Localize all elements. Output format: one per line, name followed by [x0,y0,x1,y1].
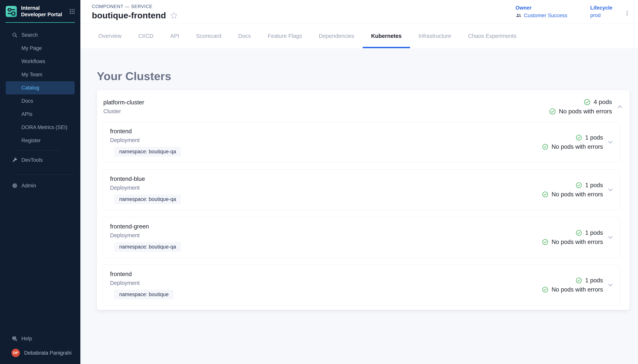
cluster-card: platform-cluster Cluster 4 pods No pods … [97,90,629,310]
workload-row[interactable]: frontend-blue Deployment namespace: bout… [103,170,620,210]
apps-grid-icon[interactable] [69,8,75,15]
tab-docs[interactable]: Docs [230,24,259,48]
help-chat-icon: ? [12,336,18,342]
sidebar-item-label: Help [22,336,32,342]
sidebar-item-label: APIs [22,111,32,117]
check-circle-icon [542,144,548,150]
workload-identity: frontend-green Deployment namespace: bou… [110,223,181,252]
tab-feature-flags[interactable]: Feature Flags [259,24,310,48]
sidebar-item-label: Register [22,138,41,144]
sidebar-item-workflows[interactable]: Workflows [6,55,75,68]
sidebar-item-label: Catalog [22,85,39,91]
nav-divider [17,174,74,174]
tab-dependencies[interactable]: Dependencies [310,24,363,48]
cluster-header-row[interactable]: platform-cluster Cluster 4 pods No pods … [97,90,629,122]
cluster-kind: Cluster [103,108,144,114]
tab-infrastructure[interactable]: Infrastructure [410,24,460,48]
owner-label: Owner [515,5,567,11]
kubernetes-content: Your Clusters platform-cluster Cluster 4… [80,48,638,364]
breadcrumb: COMPONENT — SERVICE [92,4,178,9]
brand-title: Internal Developer Portal [21,5,64,18]
nav-spacer [0,192,80,332]
namespace-badge: namespace: boutique-qa [114,242,181,252]
idp-logo-icon [6,6,17,17]
workload-name: frontend [110,128,132,135]
pods-errors: No pods with errors [542,238,603,246]
owner-block: Owner Customer Success [515,5,567,18]
workload-name: frontend [110,271,132,278]
sidebar-item-apis[interactable]: APIs [6,108,75,121]
expand-chevron-down-icon[interactable] [606,234,614,242]
tab-scorecard[interactable]: Scorecard [188,24,230,48]
sidebar-item-label: My Team [22,72,42,78]
more-options-kebab-icon[interactable] [624,5,630,16]
brand: Internal Developer Portal [0,0,80,22]
expand-chevron-down-icon[interactable] [606,281,614,289]
favorite-star-icon[interactable] [170,11,178,20]
main-area: COMPONENT — SERVICE boutique-frontend Ow… [80,0,638,364]
sidebar-item-dora-metrics[interactable]: DORA Metrics (SEI) [6,121,75,134]
workload-pod-status: 1 pods No pods with errors [542,182,603,198]
pods-count: 4 pods [584,98,612,106]
namespace-badge: namespace: boutique-qa [114,147,181,156]
sidebar-item-catalog[interactable]: Catalog [6,81,75,94]
expand-chevron-down-icon[interactable] [606,138,614,146]
sidebar-item-label: Workflows [22,58,45,64]
tab-api[interactable]: API [162,24,188,48]
entity-header-right: Owner Customer Success Lifecycle [515,5,630,18]
sidebar: Internal Developer Portal Search My Page [0,0,80,364]
entity-header-left: COMPONENT — SERVICE boutique-frontend [92,4,178,20]
tab-chaos-experiments[interactable]: Chaos Experiments [460,24,525,48]
owner-value[interactable]: Customer Success [515,12,567,18]
check-circle-icon [584,99,590,106]
user-name: Debabrata Panigrahi [24,350,72,356]
workload-identity: frontend Deployment namespace: boutique-… [110,128,181,156]
sidebar-nav: Search My Page Workflows My Team Catalog… [0,28,80,364]
sidebar-item-help[interactable]: ? Help [6,332,75,345]
user-menu[interactable]: DP Debabrata Panigrahi [6,345,75,360]
lifecycle-value: prod [590,12,612,18]
namespace-badge: namespace: boutique [114,290,174,300]
workload-name: frontend-green [110,223,149,230]
sidebar-item-search[interactable]: Search [6,28,75,42]
collapse-chevron-up-icon[interactable] [616,103,624,111]
cluster-identity: platform-cluster Cluster [103,99,144,114]
workload-kind: Deployment [110,280,140,286]
brand-accent-divider [5,22,75,23]
workload-pod-status: 1 pods No pods with errors [542,134,603,150]
tab-kubernetes[interactable]: Kubernetes [363,24,410,48]
sidebar-item-my-team[interactable]: My Team [6,68,75,81]
entity-tabs: Overview CI/CD API Scorecard Docs Featur… [80,24,638,48]
pods-errors: No pods with errors [542,286,603,293]
expand-chevron-down-icon[interactable] [606,186,614,194]
tab-overview[interactable]: Overview [90,24,130,48]
workload-row[interactable]: frontend Deployment namespace: boutique-… [103,122,620,163]
cluster-pod-status: 4 pods No pods with errors [549,98,612,115]
sidebar-item-docs[interactable]: Docs [6,94,75,108]
workload-pod-status: 1 pods No pods with errors [542,277,603,293]
lifecycle-block: Lifecycle prod [590,5,612,18]
check-circle-icon [542,239,548,245]
nav-divider [17,150,61,150]
workload-pod-status: 1 pods No pods with errors [542,230,603,246]
sidebar-item-register[interactable]: Register [6,134,75,147]
namespace-badge: namespace: boutique-qa [114,194,181,204]
workload-row[interactable]: frontend-green Deployment namespace: bou… [103,217,620,258]
pods-count: 1 pods [576,134,603,141]
workload-name: frontend-blue [110,176,145,182]
sidebar-item-admin[interactable]: Admin [6,179,75,192]
pods-errors: No pods with errors [542,191,603,198]
check-circle-icon [542,191,548,198]
sidebar-item-label: Search [22,32,38,38]
section-heading: Your Clusters [97,70,638,83]
pods-errors: No pods with errors [549,108,612,115]
sidebar-item-devtools[interactable]: DevTools [6,154,75,167]
gear-icon [12,183,18,188]
check-circle-icon [549,108,556,115]
tab-cicd[interactable]: CI/CD [130,24,162,48]
pods-count: 1 pods [576,182,603,189]
entity-header: COMPONENT — SERVICE boutique-frontend Ow… [80,0,638,24]
sidebar-item-my-page[interactable]: My Page [6,42,75,55]
workload-row[interactable]: frontend Deployment namespace: boutique … [103,264,620,306]
avatar: DP [12,349,20,357]
